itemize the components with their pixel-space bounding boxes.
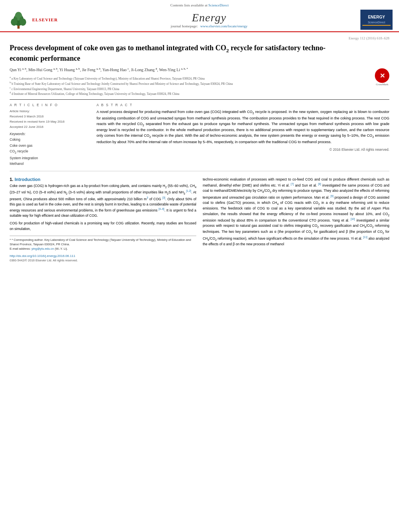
- section-divider: [10, 171, 389, 171]
- keyword-3: CO2 recycle: [10, 148, 90, 155]
- main-right-column: techno-economic evaluation of processes …: [203, 177, 389, 263]
- crossmark-circle: ✕: [375, 68, 389, 83]
- abstract-column: A B S T R A C T A novel process designed…: [97, 103, 389, 166]
- revised-date: Received in revised form 19 May 2016: [10, 120, 90, 123]
- crossmark-icon: ✕: [380, 72, 385, 80]
- journal-header: Contents lists available at ScienceDirec…: [0, 0, 399, 32]
- elsevier-wordmark: ELSEVIER: [32, 17, 58, 22]
- svg-rect-7: [360, 10, 393, 30]
- footnote-area: * * Corresponding author. Key Laboratory…: [10, 236, 196, 251]
- footnote-email: E-mail address: ying@ytu.edu.cn (W.-Y. L…: [10, 246, 196, 251]
- article-info-label: A R T I C L E I N F O: [10, 103, 90, 107]
- homepage-prefix: journal homepage:: [171, 24, 197, 28]
- issn-line: 0360-5442/© 2016 Elsevier Ltd. All right…: [10, 259, 196, 262]
- intro-paragraph-1: Coke oven gas (COG) is hydrogen-rich gas…: [10, 183, 196, 219]
- article-title: Process development of coke oven gas to …: [10, 43, 348, 64]
- contents-available-text: Contents lists available at: [171, 3, 208, 7]
- main-content-columns: 1. Introduction Coke oven gas (COG) is h…: [10, 177, 389, 263]
- affiliation-b: b b Training Base of State Key Laborator…: [10, 81, 389, 86]
- received-date: Received 3 March 2016: [10, 115, 90, 118]
- homepage-link[interactable]: www.elsevier.com/locate/energy: [200, 24, 247, 28]
- svg-rect-10: [362, 25, 391, 26]
- affiliation-a: a a Key Laboratory of Coal Science and T…: [10, 76, 389, 81]
- header-main: ELSEVIER Energy journal homepage: www.el…: [0, 8, 399, 31]
- intro-heading-text: Introduction: [14, 177, 40, 182]
- article-body: Energy 112 (2016) 618–628 ✕ CrossMark Pr…: [0, 32, 399, 266]
- energy-logo: ENERGY ScienceDirect: [360, 10, 393, 30]
- article-info-column: A R T I C L E I N F O Article history: R…: [10, 103, 90, 166]
- keyword-2: Coke oven gas: [10, 143, 90, 148]
- intro-paragraph-2: COG for production of high-valued chemic…: [10, 221, 196, 231]
- copyright-line: © 2016 Elsevier Ltd. All rights reserved…: [97, 148, 389, 152]
- elsevier-label: ELSEVIER: [32, 17, 58, 22]
- keyword-4: System integration: [10, 155, 90, 161]
- article-history-label: Article history:: [10, 109, 90, 113]
- accepted-date: Accepted 22 June 2016: [10, 125, 90, 129]
- elsevier-logo: ELSEVIER: [6, 10, 58, 30]
- article-page: Contents lists available at ScienceDirec…: [0, 0, 399, 532]
- journal-name: Energy: [58, 11, 360, 24]
- header-divider: [10, 99, 389, 100]
- right-paragraph-1: techno-economic evaluation of processes …: [203, 177, 389, 247]
- elsevier-tree-icon: [6, 10, 31, 30]
- svg-point-5: [14, 17, 17, 21]
- keywords-list: Coking Coke oven gas CO2 recycle System …: [10, 137, 90, 166]
- intro-heading: 1. Introduction: [10, 177, 196, 182]
- abstract-label: A B S T R A C T: [97, 103, 389, 107]
- doi-line[interactable]: http://dx.doi.org/10.1016/j.energy.2016.…: [10, 254, 196, 258]
- energy-logo-svg: ENERGY ScienceDirect: [360, 10, 393, 30]
- crossmark-label: CrossMark: [375, 83, 389, 86]
- svg-point-6: [20, 17, 23, 21]
- main-left-column: 1. Introduction Coke oven gas (COG) is h…: [10, 177, 196, 263]
- svg-text:ENERGY: ENERGY: [368, 15, 385, 19]
- footnote-star: * * Corresponding author. Key Laboratory…: [10, 238, 196, 247]
- introduction-section: 1. Introduction Coke oven gas (COG) is h…: [10, 177, 389, 263]
- keyword-5: Methanol: [10, 161, 90, 166]
- crossmark-badge[interactable]: ✕ CrossMark: [375, 68, 389, 86]
- keywords-label: Keywords:: [10, 132, 90, 136]
- affiliations-block: a a Key Laboratory of Coal Science and T…: [10, 76, 389, 96]
- journal-title-block: Energy journal homepage: www.elsevier.co…: [58, 11, 360, 28]
- sciencedirect-banner: Contents lists available at ScienceDirec…: [0, 2, 399, 8]
- footnote-email-link[interactable]: ying@ytu.edu.cn: [31, 247, 54, 251]
- keyword-1: Coking: [10, 137, 90, 142]
- journal-homepage: journal homepage: www.elsevier.com/locat…: [58, 24, 360, 28]
- affiliation-c: c c Environmental Engineering Department…: [10, 86, 389, 91]
- affiliation-d: d d Institute of Mineral Resources Utili…: [10, 91, 389, 96]
- sciencedirect-link[interactable]: ScienceDirect: [208, 3, 228, 7]
- article-info-abstract: A R T I C L E I N F O Article history: R…: [10, 103, 389, 166]
- abstract-text: A novel process designed for producing m…: [97, 109, 389, 145]
- article-meta-line: Energy 112 (2016) 618–628: [10, 36, 389, 40]
- svg-text:ScienceDirect: ScienceDirect: [368, 21, 385, 24]
- authors-line: Qun Yi a, b, Min-Hui Gong a, b, Yi Huang…: [10, 67, 389, 73]
